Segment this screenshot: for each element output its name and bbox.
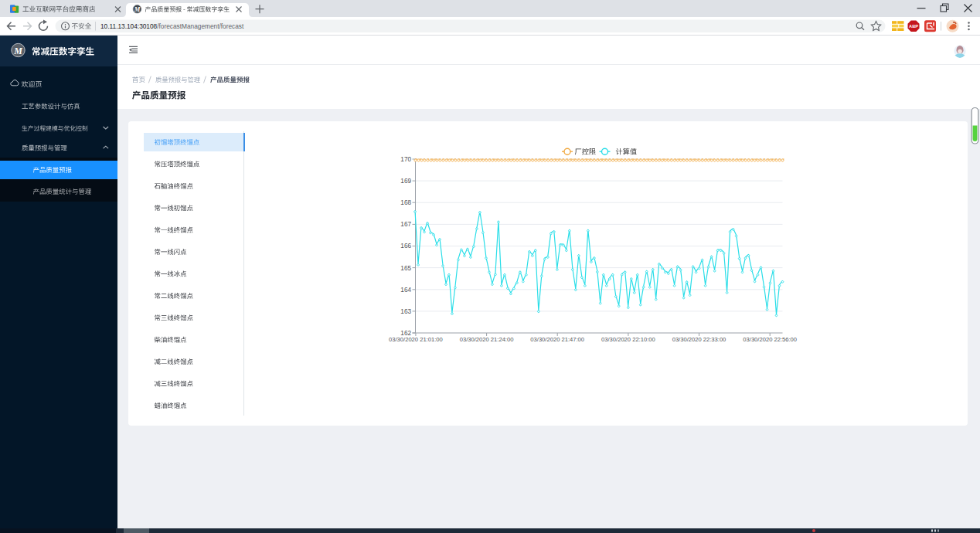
svg-text:M: M: [13, 46, 22, 56]
svg-text:10.11.13.104:30108/forecastMan: 10.11.13.104:30108/forecastManagement/fo…: [100, 22, 244, 30]
svg-text:ABP: ABP: [909, 24, 918, 29]
svg-text:M: M: [134, 5, 141, 13]
